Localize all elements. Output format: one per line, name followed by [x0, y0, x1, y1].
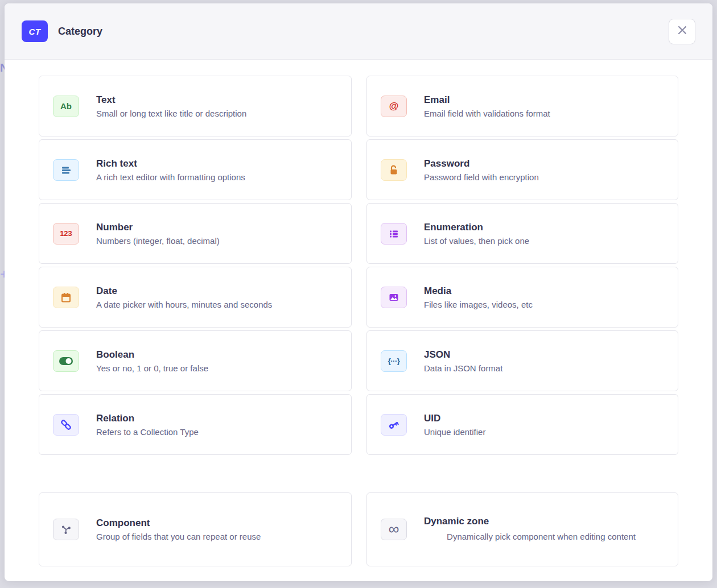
field-card-date[interactable]: Date A date picker with hours, minutes a… — [39, 267, 352, 328]
field-card-number[interactable]: 123 Number Numbers (integer, float, deci… — [39, 203, 352, 264]
field-title: Component — [96, 517, 261, 529]
field-card-richtext[interactable]: Rich text A rich text editor with format… — [39, 139, 352, 200]
calendar-icon — [60, 291, 72, 304]
default-fields-grid: Ab Text Small or long text like title or… — [39, 76, 678, 455]
json-field-icon: {···} — [381, 350, 407, 372]
field-description: Yes or no, 1 or 0, true or false — [96, 363, 208, 373]
component-field-icon — [53, 519, 79, 540]
field-card-email[interactable]: @ Email Email field with validations for… — [366, 76, 678, 136]
field-card-uid[interactable]: UID Unique identifier — [366, 394, 678, 455]
field-title: JSON — [424, 349, 502, 361]
toggle-on-icon — [59, 356, 73, 366]
field-card-component[interactable]: Component Group of fields that you can r… — [39, 492, 352, 566]
close-button[interactable] — [669, 19, 695, 44]
key-icon — [388, 419, 400, 431]
picture-icon — [388, 291, 400, 304]
field-description: Data in JSON format — [424, 363, 502, 373]
enumeration-field-icon — [381, 223, 407, 245]
braces-glyph: {···} — [388, 357, 400, 365]
field-title: Date — [96, 285, 272, 297]
uid-field-icon — [381, 414, 407, 436]
field-title: Rich text — [96, 158, 245, 169]
field-title: Number — [96, 222, 220, 233]
field-type-list: Ab Text Small or long text like title or… — [5, 60, 712, 581]
field-title: UID — [424, 413, 485, 424]
field-title: Relation — [96, 413, 199, 424]
modal-header: CT Category — [5, 3, 712, 60]
field-description: Email field with validations format — [424, 109, 550, 118]
field-description: Unique identifier — [424, 427, 485, 437]
modal-title: Category — [58, 26, 102, 38]
field-card-boolean[interactable]: Boolean Yes or no, 1 or 0, true or false — [39, 330, 352, 391]
richtext-field-icon — [53, 159, 79, 181]
field-title: Enumeration — [424, 222, 529, 233]
field-card-relation[interactable]: Relation Refers to a Collection Type — [39, 394, 352, 455]
field-description: Dynamically pick component when editing … — [424, 530, 658, 543]
field-description: Files like images, videos, etc — [424, 300, 533, 309]
ab-glyph: Ab — [60, 101, 72, 111]
field-description: Password field with encryption — [424, 172, 539, 182]
field-card-enumeration[interactable]: Enumeration List of values, then pick on… — [366, 203, 678, 264]
field-card-dynamic-zone[interactable]: ∞ Dynamic zone Dynamically pick componen… — [366, 492, 678, 566]
lock-icon — [388, 164, 400, 176]
field-description: Refers to a Collection Type — [96, 427, 199, 437]
field-description: Group of fields that you can repeat or r… — [96, 532, 261, 541]
field-title: Boolean — [96, 349, 208, 361]
text-field-icon: Ab — [53, 96, 79, 117]
nodes-icon — [60, 523, 72, 536]
media-field-icon — [381, 287, 407, 308]
field-card-text[interactable]: Ab Text Small or long text like title or… — [39, 76, 352, 136]
at-sign-glyph: @ — [389, 101, 399, 112]
relation-field-icon — [53, 414, 79, 436]
field-description: List of values, then pick one — [424, 236, 529, 246]
infinity-glyph: ∞ — [389, 521, 399, 538]
field-description: Small or long text like title or descrip… — [96, 109, 246, 118]
content-type-badge: CT — [22, 20, 48, 42]
field-title: Media — [424, 285, 533, 297]
field-title: Text — [96, 94, 246, 106]
field-title: Dynamic zone — [424, 516, 658, 527]
field-description: A rich text editor with formatting optio… — [96, 172, 245, 182]
field-title: Email — [424, 94, 550, 106]
bullet-list-icon — [388, 227, 400, 240]
password-field-icon — [381, 159, 407, 181]
field-description: Numbers (integer, float, decimal) — [96, 236, 220, 246]
boolean-field-icon — [53, 350, 79, 372]
dynamic-zone-field-icon: ∞ — [381, 519, 407, 540]
close-icon — [676, 24, 689, 39]
date-field-icon — [53, 287, 79, 308]
chain-link-icon — [60, 419, 72, 431]
field-card-password[interactable]: Password Password field with encryption — [366, 139, 678, 200]
special-fields-grid: Component Group of fields that you can r… — [39, 492, 678, 566]
email-field-icon: @ — [381, 96, 407, 117]
123-glyph: 123 — [60, 229, 72, 238]
field-description: A date picker with hours, minutes and se… — [96, 300, 272, 309]
number-field-icon: 123 — [53, 223, 79, 245]
text-lines-icon — [60, 164, 72, 176]
field-title: Password — [424, 158, 539, 169]
field-card-media[interactable]: Media Files like images, videos, etc — [366, 267, 678, 328]
select-field-modal: CT Category Ab Text Small or long text l… — [5, 3, 712, 581]
field-card-json[interactable]: {···} JSON Data in JSON format — [366, 330, 678, 391]
